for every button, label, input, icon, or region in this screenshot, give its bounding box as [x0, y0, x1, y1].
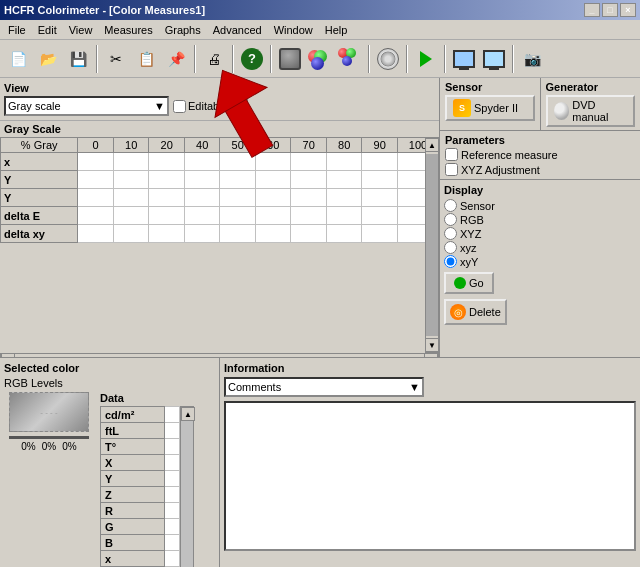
- ref-measure-row: Reference measure: [445, 148, 635, 161]
- grayscale-section: Gray Scale % Gray 0 10 20 40 50 60: [0, 121, 439, 357]
- data-row-value: [164, 519, 179, 535]
- information-title: Information: [224, 362, 636, 374]
- play-button[interactable]: [412, 45, 440, 73]
- scroll-up-button[interactable]: ▲: [232, 96, 248, 106]
- cell: [326, 171, 362, 189]
- menu-advanced[interactable]: Advanced: [207, 22, 268, 38]
- cut-button[interactable]: ✂: [102, 45, 130, 73]
- scroll-down-arrow[interactable]: ▼: [425, 338, 439, 352]
- data-table-wrap: Data cd/m² ftL: [100, 392, 215, 567]
- monitor2-icon: [483, 50, 505, 68]
- radio-rgb-label: RGB: [460, 214, 484, 226]
- info-dropdown[interactable]: Comments ▼: [224, 377, 424, 397]
- multi-color-icon: [338, 48, 362, 70]
- radio-xyz-lower-input[interactable]: [444, 241, 457, 254]
- help-button[interactable]: ?: [238, 45, 266, 73]
- go-button[interactable]: Go: [444, 272, 494, 294]
- cell: [149, 207, 185, 225]
- menu-graphs[interactable]: Graphs: [159, 22, 207, 38]
- reference-measure-label: Reference measure: [461, 149, 558, 161]
- menu-measures[interactable]: Measures: [98, 22, 158, 38]
- radio-sensor-input[interactable]: [444, 199, 457, 212]
- radio-rgb-input[interactable]: [444, 213, 457, 226]
- data-scroll-thumb[interactable]: [181, 421, 193, 567]
- dvd-button[interactable]: DVD manual: [546, 95, 636, 127]
- separator-5: [368, 45, 370, 73]
- xyz-adjustment-checkbox[interactable]: [445, 163, 458, 176]
- monitor2-button[interactable]: [480, 45, 508, 73]
- h-scroll-track: [15, 354, 424, 357]
- minimize-button[interactable]: _: [584, 3, 600, 17]
- data-row-label: ftL: [101, 423, 165, 439]
- view-dropdown-value: Gray scale: [8, 100, 61, 112]
- menu-view[interactable]: View: [63, 22, 99, 38]
- color-display-row: - - - - 0% 0% 0% Data: [4, 392, 215, 567]
- data-scroll-wrap: cd/m² ftL T°: [100, 406, 215, 567]
- table-scrollbar-v[interactable]: ▲ ▼: [425, 137, 439, 353]
- display-radio-group: Sensor RGB XYZ xyz: [444, 199, 636, 268]
- cell: [326, 225, 362, 243]
- scroll-thumb[interactable]: [426, 154, 438, 336]
- monitor1-button[interactable]: [450, 45, 478, 73]
- copy-button[interactable]: 📋: [132, 45, 160, 73]
- camera-button[interactable]: 📷: [518, 45, 546, 73]
- radio-xyz-input[interactable]: [444, 227, 457, 240]
- row-y-label: Y: [1, 171, 78, 189]
- cell: [149, 225, 185, 243]
- cell: [326, 153, 362, 171]
- table-row: delta xy: [1, 225, 439, 243]
- list-item: cd/m²: [101, 407, 180, 423]
- cell: [362, 171, 398, 189]
- radio-rgb: RGB: [444, 213, 636, 226]
- row-Y-label: Y: [1, 189, 78, 207]
- parameters-label: Parameters: [445, 134, 635, 146]
- menu-help[interactable]: Help: [319, 22, 354, 38]
- reference-measure-checkbox[interactable]: [445, 148, 458, 161]
- separator-4: [270, 45, 272, 73]
- radio-xyy-input[interactable]: [444, 255, 457, 268]
- maximize-button[interactable]: □: [602, 3, 618, 17]
- list-item: Y: [101, 471, 180, 487]
- editable-checkbox[interactable]: [173, 100, 186, 113]
- cell: [149, 171, 185, 189]
- cell: [184, 225, 220, 243]
- scroll-up-arrow[interactable]: ▲: [425, 138, 439, 152]
- data-scroll-up[interactable]: ▲: [181, 407, 195, 421]
- view-dropdown[interactable]: Gray scale ▼: [4, 96, 169, 116]
- table-scrollbar-h[interactable]: ◄ ►: [0, 353, 439, 357]
- disc-button[interactable]: [374, 45, 402, 73]
- delete-button[interactable]: ◎ Delete: [444, 299, 507, 325]
- cell: [184, 207, 220, 225]
- cell: [291, 153, 327, 171]
- paste-button[interactable]: 📌: [162, 45, 190, 73]
- scroll-left-arrow[interactable]: ◄: [1, 353, 15, 357]
- sensor-button[interactable]: [276, 45, 304, 73]
- data-scrollbar-v[interactable]: ▲ ▼: [180, 406, 194, 567]
- dvd-label: DVD manual: [572, 99, 627, 123]
- menu-file[interactable]: File: [2, 22, 32, 38]
- bottom-section: Selected color RGB Levels - - - - 0% 0% …: [0, 358, 640, 567]
- col-header-10: 10: [113, 138, 149, 153]
- menu-edit[interactable]: Edit: [32, 22, 63, 38]
- delete-icon: ◎: [450, 304, 466, 320]
- col-header-90: 90: [362, 138, 398, 153]
- rgb-balls-button[interactable]: [306, 45, 334, 73]
- data-row-label: X: [101, 455, 165, 471]
- cell: [220, 225, 256, 243]
- title-bar: HCFR Colorimeter - [Color Measures1] _ □…: [0, 0, 640, 20]
- menu-window[interactable]: Window: [268, 22, 319, 38]
- play-icon: [420, 51, 432, 67]
- open-button[interactable]: 📂: [34, 45, 62, 73]
- scroll-down-button[interactable]: ▼: [232, 106, 248, 116]
- cell: [255, 207, 291, 225]
- radio-sensor: Sensor: [444, 199, 636, 212]
- save-button[interactable]: 💾: [64, 45, 92, 73]
- cell: [78, 225, 114, 243]
- close-button[interactable]: ×: [620, 3, 636, 17]
- list-item: Z: [101, 487, 180, 503]
- print-button[interactable]: 🖨: [200, 45, 228, 73]
- scroll-right-arrow[interactable]: ►: [424, 353, 438, 357]
- new-button[interactable]: 📄: [4, 45, 32, 73]
- spyder-button[interactable]: S Spyder II: [445, 95, 535, 121]
- multi-color-button[interactable]: [336, 45, 364, 73]
